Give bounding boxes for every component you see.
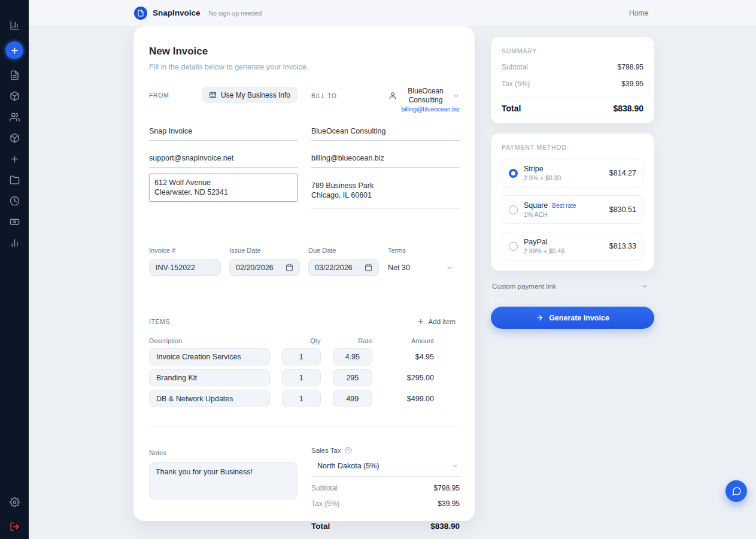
from-name-field[interactable]: Snap Invoice <box>149 127 297 141</box>
sales-tax-label: Sales Tax <box>311 447 341 454</box>
app-name: SnapInvoice <box>153 8 201 17</box>
due-date-label: Due Date <box>308 247 379 254</box>
topbar: SnapInvoice No sign-up needed Home <box>29 0 756 26</box>
folder-icon[interactable] <box>10 175 20 185</box>
terms-label: Terms <box>388 247 454 254</box>
notes-label: Notes <box>149 449 166 456</box>
items-header-row: Description Qty Rate Amount <box>149 337 460 344</box>
plus-icon[interactable] <box>10 154 20 164</box>
sidebar <box>0 0 29 539</box>
item-amount: $499.00 <box>384 395 434 403</box>
chat-button[interactable] <box>725 480 747 502</box>
custom-payment-link-toggle[interactable]: Custom payment link <box>491 280 654 292</box>
invoice-number-input[interactable]: INV-152022 <box>149 259 221 276</box>
use-business-info-label: Use My Business Info <box>221 91 290 99</box>
generate-invoice-button[interactable]: Generate Invoice <box>491 307 654 329</box>
summary-title: SUMMARY <box>502 47 643 54</box>
new-invoice-button[interactable] <box>5 41 23 59</box>
settings-gear-icon[interactable] <box>10 497 20 507</box>
item-qty-input[interactable]: 1 <box>282 348 321 365</box>
inventory-box-icon[interactable] <box>10 133 20 143</box>
business-card-icon <box>209 91 217 99</box>
clients-users-icon[interactable] <box>10 112 20 122</box>
arrow-right-icon <box>536 314 544 322</box>
payment-net-amount: $813.33 <box>609 242 636 250</box>
from-email-field[interactable]: support@snapinvoice.net <box>149 154 297 168</box>
products-package-icon[interactable] <box>10 91 20 101</box>
total-row: Total $838.90 <box>311 515 460 531</box>
add-item-button[interactable]: Add item <box>417 318 456 325</box>
history-clock-icon[interactable] <box>10 196 20 206</box>
billing-banknote-icon[interactable] <box>10 217 20 227</box>
calendar-icon <box>365 264 372 271</box>
invoice-number-label: Invoice # <box>149 247 221 254</box>
item-rate-input[interactable]: 295 <box>333 369 372 386</box>
chat-icon <box>731 486 742 496</box>
summary-subtotal-row: Subtotal $798.95 <box>502 63 643 71</box>
notes-textarea[interactable]: Thank you for your Business! <box>149 462 297 499</box>
best-rate-badge: Best rate <box>552 202 576 209</box>
page-subtitle: Fill in the details below to generate yo… <box>149 63 460 71</box>
item-qty-input[interactable]: 1 <box>282 390 321 407</box>
subtotal-row: Subtotal $798.95 <box>311 484 460 492</box>
payment-method-title: PAYMENT METHOD <box>502 144 643 151</box>
item-description-input[interactable]: DB & Network Updates <box>149 390 270 407</box>
chevron-down-icon <box>641 283 648 290</box>
use-business-info-button[interactable]: Use My Business Info <box>202 87 297 103</box>
bill-to-label: BILL TO <box>311 92 337 99</box>
payment-option-stripe[interactable]: Stripe 2.9% + $0.30 $814.27 <box>502 159 643 187</box>
divider <box>502 96 643 96</box>
right-rail: SUMMARY Subtotal $798.95 Tax (5%) $39.95… <box>491 37 654 329</box>
radio-icon[interactable] <box>509 242 518 251</box>
item-amount: $4.95 <box>384 353 434 361</box>
issue-date-input[interactable]: 02/20/2026 <box>229 259 300 276</box>
client-select-value: BlueOcean Consulting <box>402 87 449 105</box>
item-description-input[interactable]: Invoice Creation Services <box>149 348 270 365</box>
billto-name-field[interactable]: BlueOcean Consulting <box>311 127 460 141</box>
item-rate-input[interactable]: 499 <box>333 390 372 407</box>
from-label: FROM <box>149 92 169 99</box>
items-section-label: ITEMS <box>149 318 170 325</box>
payment-option-square[interactable]: Square Best rate 1% ACH $830.51 <box>502 195 643 224</box>
due-date-input[interactable]: 03/22/2026 <box>308 259 379 276</box>
user-icon <box>388 92 397 100</box>
chevron-down-icon <box>453 92 460 99</box>
reports-chart-icon[interactable] <box>10 238 20 248</box>
item-row: Invoice Creation Services 1 4.95 $4.95 <box>149 348 460 365</box>
client-email-hint: billing@blueocean.biz <box>402 106 460 113</box>
help-circle-icon[interactable] <box>345 447 352 454</box>
payment-net-amount: $830.51 <box>609 205 636 214</box>
summary-total-row: Total $838.90 <box>502 104 643 113</box>
divider <box>149 426 460 426</box>
item-qty-input[interactable]: 1 <box>282 369 321 386</box>
billto-email-field[interactable]: billing@blueocean.biz <box>311 154 460 168</box>
client-select[interactable]: BlueOcean Consulting <box>402 87 460 105</box>
item-row: Branding Kit 1 295 $295.00 <box>149 369 460 386</box>
calendar-icon <box>286 264 293 271</box>
documents-icon[interactable] <box>10 70 20 80</box>
nav-home-link[interactable]: Home <box>629 9 648 17</box>
item-description-input[interactable]: Branding Kit <box>149 369 270 386</box>
logout-icon[interactable] <box>10 522 20 532</box>
page-title: New Invoice <box>149 46 460 57</box>
dashboard-chart-icon[interactable] <box>10 20 20 31</box>
issue-date-label: Issue Date <box>229 247 300 254</box>
item-row: DB & Network Updates 1 499 $499.00 <box>149 390 460 407</box>
terms-select[interactable]: Net 30 <box>388 259 454 276</box>
summary-card: SUMMARY Subtotal $798.95 Tax (5%) $39.95… <box>491 37 654 123</box>
from-address-field[interactable]: 612 Wolf Avenue Clearwater, ND 52341 <box>149 174 297 202</box>
radio-icon[interactable] <box>509 205 518 214</box>
payment-method-card: PAYMENT METHOD Stripe 2.9% + $0.30 $814.… <box>491 134 654 271</box>
payment-net-amount: $814.27 <box>609 169 636 177</box>
invoice-card: New Invoice Fill in the details below to… <box>133 26 475 521</box>
item-amount: $295.00 <box>384 374 434 382</box>
app-logo <box>134 7 147 20</box>
summary-tax-row: Tax (5%) $39.95 <box>502 80 643 88</box>
main-content: New Invoice Fill in the details below to… <box>29 26 756 539</box>
item-rate-input[interactable]: 4.95 <box>333 348 372 365</box>
radio-selected-icon[interactable] <box>509 169 518 178</box>
payment-option-paypal[interactable]: PayPal 2.99% + $0.49 $813.33 <box>502 232 643 261</box>
billto-address-field[interactable]: 789 Business Park Chicago, IL 60601 <box>311 181 460 208</box>
sales-tax-select[interactable]: North Dakota (5%) <box>311 462 460 477</box>
tax-row: Tax (5%) $39.95 <box>311 499 460 508</box>
